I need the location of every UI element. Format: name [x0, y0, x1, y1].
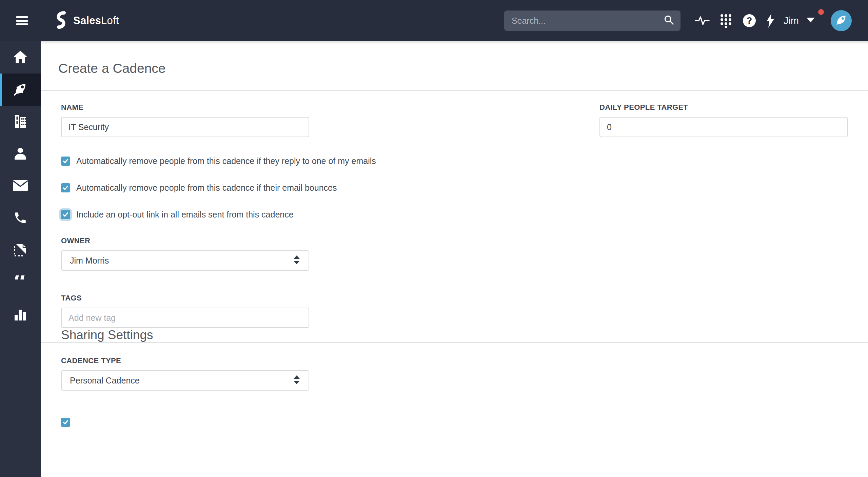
notification-dot — [818, 9, 824, 15]
lightning-icon[interactable] — [766, 13, 775, 28]
salesloft-logo[interactable]: SalesLoft — [53, 11, 119, 30]
left-sidebar: “ — [0, 41, 41, 477]
user-avatar[interactable] — [831, 10, 852, 31]
remove-on-bounce-checkbox[interactable] — [61, 183, 70, 192]
bar-chart-icon — [13, 308, 27, 323]
rocket-icon — [13, 81, 28, 98]
help-icon[interactable]: ? — [742, 14, 756, 28]
search-input[interactable] — [512, 16, 664, 26]
cadence-type-select[interactable]: Personal Cadence — [61, 370, 309, 391]
logo-text: SalesLoft — [73, 15, 119, 27]
dialpad-icon[interactable] — [719, 13, 733, 28]
global-search[interactable] — [504, 11, 680, 31]
menu-icon[interactable] — [16, 16, 28, 25]
navbar-icons: ? — [690, 13, 780, 28]
sidebar-item-dialer[interactable] — [0, 202, 41, 234]
owner-field-group: OWNER Jim Morris — [61, 236, 848, 271]
caret-down-icon — [806, 17, 815, 24]
cadence-type-label: CADENCE TYPE — [61, 356, 848, 365]
sidebar-item-email[interactable] — [0, 170, 41, 202]
daily-people-target-label: DAILY PEOPLE TARGET — [599, 103, 848, 112]
home-icon — [13, 50, 28, 65]
select-arrows-icon — [293, 255, 300, 266]
checkbox-row: Automatically remove people from this ca… — [61, 183, 848, 193]
sidebar-item-analytics[interactable] — [0, 299, 41, 331]
partially-visible-checkbox[interactable] — [61, 418, 70, 427]
sharing-settings-title: Sharing Settings — [61, 328, 848, 342]
top-navbar: SalesLoft — [0, 0, 868, 41]
sidebar-item-cadences[interactable] — [0, 74, 41, 106]
name-label: NAME — [61, 103, 309, 112]
name-input[interactable] — [61, 117, 309, 137]
select-arrows-icon — [293, 375, 300, 386]
rocket-avatar-icon — [835, 14, 847, 27]
quotes-icon: “ — [13, 275, 27, 290]
salesloft-app: SalesLoft — [0, 0, 868, 477]
main-content: Create a Cadence NAME DAILY PEOPLE TARGE… — [41, 41, 868, 477]
remove-on-bounce-label: Automatically remove people from this ca… — [76, 183, 337, 193]
owner-label: OWNER — [61, 236, 848, 245]
tags-label: TAGS — [61, 294, 848, 303]
user-name: Jim — [784, 15, 799, 26]
envelope-icon — [13, 180, 28, 193]
cadence-type-value: Personal Cadence — [70, 376, 293, 386]
sidebar-item-home[interactable] — [0, 41, 41, 74]
phone-icon — [13, 211, 27, 226]
buildings-icon — [13, 114, 28, 130]
person-icon — [13, 147, 28, 162]
daily-people-target-input[interactable] — [599, 117, 848, 137]
owner-select-value: Jim Morris — [70, 256, 293, 266]
activity-icon[interactable] — [695, 15, 710, 27]
remove-on-reply-label: Automatically remove people from this ca… — [76, 156, 376, 166]
cadence-type-group: CADENCE TYPE Personal Cadence — [61, 356, 848, 391]
checkbox-row: Automatically remove people from this ca… — [61, 156, 848, 166]
search-icon[interactable] — [664, 15, 674, 27]
owner-select[interactable]: Jim Morris — [61, 250, 309, 271]
salesloft-logo-mark-icon — [53, 11, 68, 30]
name-field-group: NAME — [61, 103, 309, 137]
sidebar-item-templates[interactable] — [0, 234, 41, 267]
tags-field-group: TAGS — [61, 294, 848, 328]
cadence-options: Automatically remove people from this ca… — [61, 156, 848, 220]
page-header: Create a Cadence — [41, 41, 868, 91]
sidebar-item-people[interactable] — [0, 138, 41, 170]
remove-on-reply-checkbox[interactable] — [61, 157, 70, 166]
user-menu[interactable]: Jim — [784, 15, 815, 26]
checkbox-row: Include an opt-out link in all emails se… — [61, 210, 848, 220]
opt-out-link-label: Include an opt-out link in all emails se… — [76, 210, 294, 220]
partial-checkbox-row — [61, 418, 848, 427]
navbar-right: ? Jim — [504, 10, 852, 31]
opt-out-link-checkbox[interactable] — [61, 210, 70, 219]
page-title: Create a Cadence — [58, 61, 848, 76]
sidebar-item-snippets[interactable]: “ — [0, 267, 41, 299]
sharing-settings-header: Sharing Settings — [41, 328, 868, 343]
sidebar-item-accounts[interactable] — [0, 106, 41, 138]
tags-input[interactable] — [61, 308, 309, 328]
sharing-settings-form: CADENCE TYPE Personal Cadence — [61, 356, 848, 427]
svg-text:?: ? — [747, 16, 752, 26]
cadence-form: NAME DAILY PEOPLE TARGET Automatically r… — [41, 91, 868, 427]
daily-people-target-group: DAILY PEOPLE TARGET — [599, 103, 848, 137]
note-icon — [13, 243, 28, 259]
